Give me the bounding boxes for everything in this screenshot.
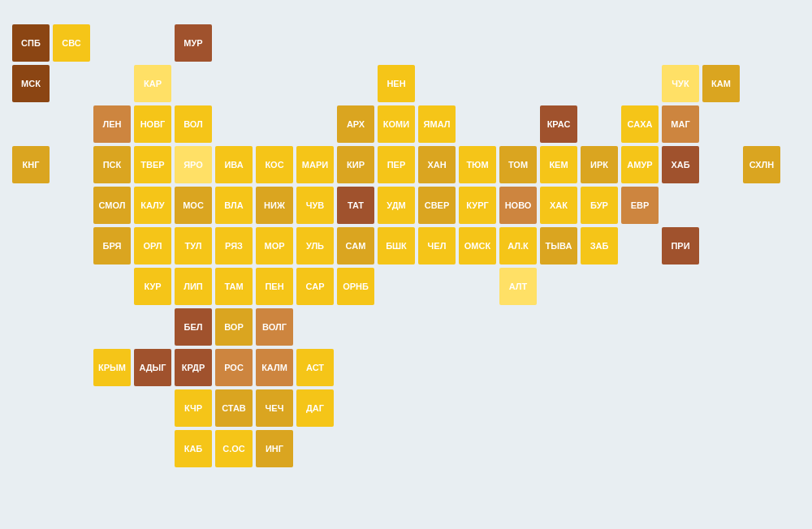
region-msk[interactable]: МСК (12, 65, 50, 102)
region-stav[interactable]: СТАВ (215, 389, 253, 427)
region-svs[interactable]: СВС (53, 24, 90, 62)
region-psk[interactable]: ПСК (93, 146, 131, 183)
region-novg[interactable]: НОВГ (134, 105, 171, 143)
region-bur[interactable]: БУР (581, 187, 618, 224)
region-sver[interactable]: СВЕР (418, 187, 456, 224)
region-ing[interactable]: ИНГ (256, 430, 293, 467)
region-ast[interactable]: АСТ (296, 349, 334, 386)
region-tyva[interactable]: ТЫВА (540, 227, 577, 264)
region-mos[interactable]: МОС (175, 187, 212, 224)
region-kab[interactable]: КАБ (175, 430, 212, 467)
region-tyum[interactable]: ТЮМ (459, 146, 496, 183)
region-chv[interactable]: ЧУВ (296, 187, 334, 224)
region-evr[interactable]: ЕВР (621, 187, 659, 224)
region-yaro[interactable]: ЯРО (175, 146, 212, 183)
region-nizh[interactable]: НИЖ (256, 187, 293, 224)
region-hak[interactable]: ХАК (540, 187, 577, 224)
region-kem[interactable]: КЕМ (540, 146, 577, 183)
region-dag[interactable]: ДАГ (296, 389, 334, 427)
region-mag[interactable]: МАГ (662, 105, 699, 143)
region-sakha[interactable]: САХА (621, 105, 659, 143)
region-pri[interactable]: ПРИ (662, 227, 699, 264)
region-zab[interactable]: ЗАБ (581, 227, 618, 264)
region-nen[interactable]: НЕН (378, 65, 415, 102)
region-ryaz[interactable]: РЯЗ (215, 227, 253, 264)
region-tam[interactable]: ТАМ (215, 268, 253, 305)
region-mor[interactable]: МОР (256, 227, 293, 264)
region-mur[interactable]: МУР (175, 24, 212, 62)
region-tul[interactable]: ТУЛ (175, 227, 212, 264)
region-kalu[interactable]: КАЛУ (134, 187, 171, 224)
region-pen[interactable]: ПЕН (256, 268, 293, 305)
region-chech[interactable]: ЧЕЧ (256, 389, 293, 427)
region-tat[interactable]: ТАТ (337, 187, 374, 224)
region-kurg[interactable]: КУРГ (459, 187, 496, 224)
region-yamal[interactable]: ЯМАЛ (418, 105, 456, 143)
region-udm[interactable]: УДМ (378, 187, 415, 224)
region-len[interactable]: ЛЕН (93, 105, 131, 143)
region-kalm[interactable]: КАЛМ (256, 349, 293, 386)
region-orl[interactable]: ОРЛ (134, 227, 171, 264)
region-krdr[interactable]: КРДР (175, 349, 212, 386)
region-arh[interactable]: АРХ (337, 105, 374, 143)
region-lip[interactable]: ЛИП (175, 268, 212, 305)
region-vol[interactable]: ВОЛ (175, 105, 212, 143)
region-smol[interactable]: СМОЛ (93, 187, 131, 224)
region-novo[interactable]: НОВО (499, 187, 537, 224)
region-volg[interactable]: ВОЛГ (256, 308, 293, 346)
region-tom[interactable]: ТОМ (499, 146, 537, 183)
region-ul[interactable]: УЛЬ (296, 227, 334, 264)
region-kam[interactable]: КАМ (702, 65, 740, 102)
region-vla[interactable]: ВЛА (215, 187, 253, 224)
region-sos[interactable]: С.ОС (215, 430, 253, 467)
region-ornb[interactable]: ОРНБ (337, 268, 374, 305)
region-bel[interactable]: БЕЛ (175, 308, 212, 346)
region-han[interactable]: ХАН (418, 146, 456, 183)
region-kras[interactable]: КРАС (540, 105, 577, 143)
region-per[interactable]: ПЕР (378, 146, 415, 183)
region-kur[interactable]: КУР (134, 268, 171, 305)
region-kos[interactable]: КОС (256, 146, 293, 183)
region-komi[interactable]: КОМИ (378, 105, 415, 143)
region-omsk[interactable]: ОМСК (459, 227, 496, 264)
map-container: СПБСВСМУРМСККАРНЕНЧУККАМЛЕННОВГВОЛАРХКОМ… (0, 0, 812, 529)
region-mari[interactable]: МАРИ (296, 146, 334, 183)
region-irk[interactable]: ИРК (581, 146, 618, 183)
region-alt[interactable]: АЛТ (499, 268, 537, 305)
region-chel[interactable]: ЧЕЛ (418, 227, 456, 264)
region-kng[interactable]: КНГ (12, 146, 50, 183)
region-kar[interactable]: КАР (134, 65, 171, 102)
region-spb[interactable]: СПБ (12, 24, 50, 62)
region-vor[interactable]: ВОР (215, 308, 253, 346)
region-shln[interactable]: СХЛН (743, 146, 780, 183)
region-ros[interactable]: РОС (215, 349, 253, 386)
region-brya[interactable]: БРЯ (93, 227, 131, 264)
region-bsh[interactable]: БШК (378, 227, 415, 264)
region-hab[interactable]: ХАБ (662, 146, 699, 183)
region-kchr[interactable]: КЧР (175, 389, 212, 427)
region-sar[interactable]: САР (296, 268, 334, 305)
region-tver[interactable]: ТВЕР (134, 146, 171, 183)
region-adyg[interactable]: АДЫГ (134, 349, 171, 386)
region-krym[interactable]: КРЫМ (93, 349, 131, 386)
region-iva[interactable]: ИВА (215, 146, 253, 183)
region-alk[interactable]: АЛ.К (499, 227, 537, 264)
region-sam[interactable]: САМ (337, 227, 374, 264)
region-amur[interactable]: АМУР (621, 146, 659, 183)
region-chuk[interactable]: ЧУК (662, 65, 699, 102)
region-kir[interactable]: КИР (337, 146, 374, 183)
